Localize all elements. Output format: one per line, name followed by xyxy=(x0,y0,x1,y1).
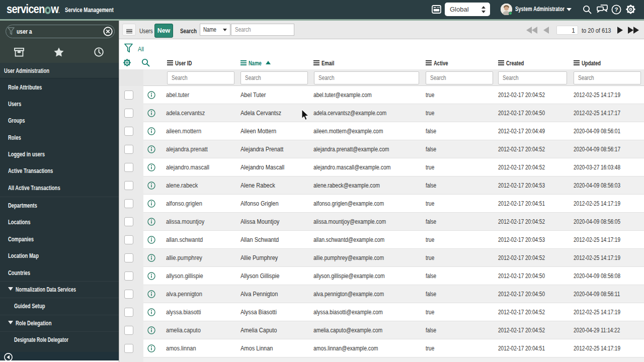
svg-text:?: ? xyxy=(614,7,618,13)
